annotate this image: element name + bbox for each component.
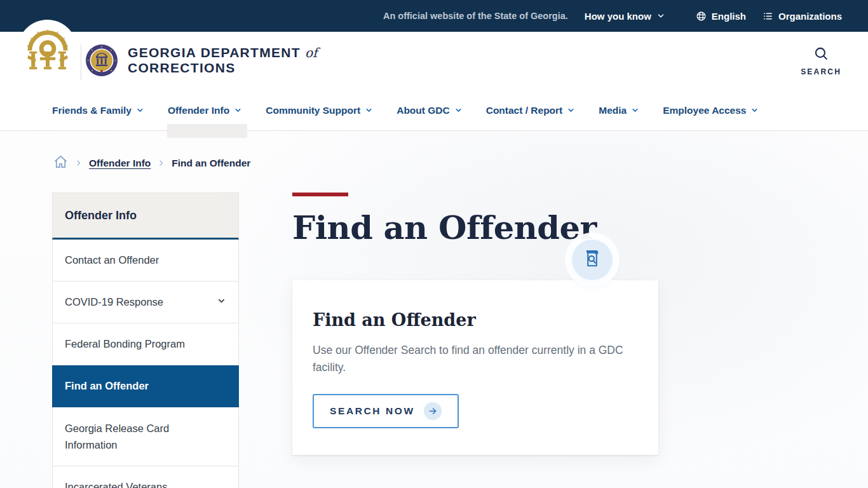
how-you-know-toggle[interactable]: How you know [585,11,665,22]
document-search-icon [581,247,604,273]
chevron-right-icon [158,158,165,169]
home-icon[interactable] [53,154,68,172]
agency-name[interactable]: GEORGIA DEPARTMENT of CORRECTIONS [128,45,318,76]
card-title: Find an Offender [313,310,638,330]
sidebar-title: Offender Info [52,193,239,240]
sidebar-item-label: Incarcerated Veterans [65,478,167,488]
chevron-down-icon [750,105,759,117]
language-selector[interactable]: English [696,11,746,22]
title-accent-bar [292,193,348,196]
how-you-know-label: How you know [585,11,651,22]
globe-icon [696,11,707,22]
department-seal [85,44,118,77]
site-header: GEORGIA DEPARTMENT of CORRECTIONS SEARCH [0,32,868,91]
search-icon [813,53,829,64]
arrow-right-icon [424,402,442,420]
chevron-down-icon [567,105,575,117]
nav-active-indicator [167,124,247,138]
search-label: SEARCH [801,67,841,76]
chevron-down-icon [631,105,639,117]
chevron-down-icon [656,11,665,20]
find-offender-card: Find an Offender Use our Offender Search… [292,280,658,455]
nav-item-employee-access[interactable]: Employee Access [663,104,759,117]
state-arch-logo[interactable] [18,20,77,79]
nav-label: About GDC [397,105,450,116]
language-label: English [712,11,746,22]
breadcrumb-link-offender-info[interactable]: Offender Info [89,158,151,169]
nav-item-community-support[interactable]: Community Support [266,104,373,117]
nav-label: Employee Access [663,105,746,116]
nav-label: Media [599,105,627,116]
official-website-text: An official website of the State of Geor… [383,11,568,21]
chevron-down-icon[interactable] [217,294,226,310]
sidebar-item-label: Federal Bonding Program [65,336,185,352]
breadcrumb-current: Find an Offender [172,158,250,169]
page-content: Offender Info Find an Offender Offender … [0,131,868,488]
nav-item-about-gdc[interactable]: About GDC [397,104,463,117]
sidebar-item-incarcerated-veterans[interactable]: Incarcerated Veterans [52,466,239,488]
sidebar-item-federal-bonding-program[interactable]: Federal Bonding Program [52,323,239,365]
sidebar-item-label: COVID-19 Response [65,294,163,310]
nav-item-offender-info[interactable]: Offender Info [168,104,242,117]
chevron-down-icon [136,105,144,117]
site-search-button[interactable]: SEARCH [801,45,841,76]
government-banner: An official website of the State of Geor… [0,0,868,32]
chevron-right-icon [75,158,82,169]
nav-label: Offender Info [168,105,229,116]
nav-label: Contact / Report [486,105,563,116]
organizations-label: Organizations [778,11,842,22]
chevron-down-icon [234,105,242,117]
list-icon [763,11,773,22]
section-sidebar: Offender Info Contact an Offender COVID-… [52,193,239,488]
sidebar-item-georgia-release-card[interactable]: Georgia Release Card Information [52,407,239,466]
organizations-link[interactable]: Organizations [763,11,842,22]
chevron-down-icon [365,105,373,117]
agency-name-line2: CORRECTIONS [128,60,318,76]
sidebar-item-label: Find an Offender [65,377,149,394]
main-column: Find an Offender Find an Offender Use ou… [292,193,658,488]
nav-item-friends-family[interactable]: Friends & Family [52,104,144,117]
nav-item-media[interactable]: Media [599,104,639,117]
sidebar-item-contact-an-offender[interactable]: Contact an Offender [52,240,239,281]
sidebar-item-label: Contact an Offender [65,252,159,268]
header-divider [81,44,81,79]
nav-label: Community Support [266,105,360,116]
main-navigation: Friends & Family Offender Info Community… [0,91,868,131]
sidebar-item-covid-19-response[interactable]: COVID-19 Response [52,281,239,323]
sidebar-item-label: Georgia Release Card Information [65,420,198,454]
card-description: Use our Offender Search to find an offen… [313,342,630,376]
chevron-down-icon [454,105,463,117]
nav-label: Friends & Family [52,105,132,116]
agency-name-connector: of [305,45,317,60]
breadcrumb: Offender Info Find an Offender [53,154,250,172]
offender-search-badge [572,240,613,280]
nav-item-contact-report[interactable]: Contact / Report [486,104,576,117]
agency-name-line1: GEORGIA DEPARTMENT [128,45,301,60]
sidebar-item-find-an-offender[interactable]: Find an Offender [52,365,239,407]
search-now-button[interactable]: SEARCH NOW [313,394,459,428]
search-now-label: SEARCH NOW [330,405,415,417]
